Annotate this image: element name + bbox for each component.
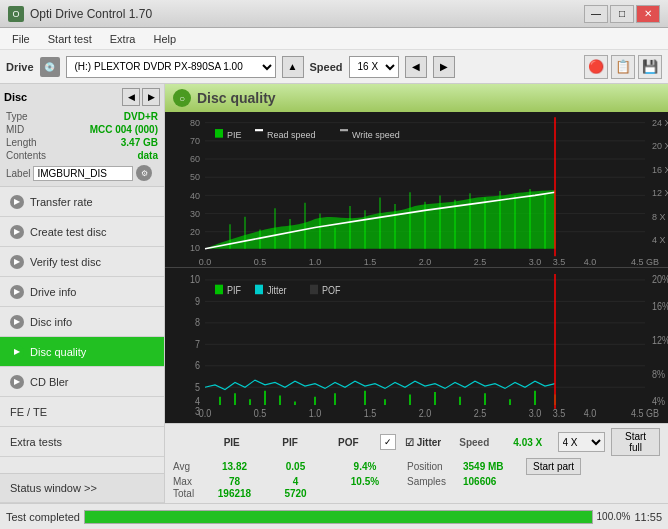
disc-panel: Disc ◀ ▶ Type DVD+R MID MCC 004 (000) Le…: [0, 84, 164, 187]
nav-disc-quality-label: Disc quality: [30, 346, 86, 358]
start-full-button[interactable]: Start full: [611, 428, 660, 456]
svg-text:30: 30: [190, 208, 200, 218]
svg-text:12 X: 12 X: [652, 188, 668, 198]
disc-info-icon: ▶: [10, 315, 24, 329]
speed-left-button[interactable]: ◀: [405, 56, 427, 78]
app-title: Opti Drive Control 1.70: [30, 7, 152, 21]
svg-text:4.5 GB: 4.5 GB: [631, 407, 659, 419]
disc-length-row: Length 3.47 GB: [4, 136, 160, 149]
nav-disc-quality[interactable]: ▶ Disc quality: [0, 337, 164, 367]
svg-text:6: 6: [195, 360, 200, 372]
svg-rect-114: [310, 285, 318, 295]
save-icon[interactable]: 💾: [638, 55, 662, 79]
sidebar: Disc ◀ ▶ Type DVD+R MID MCC 004 (000) Le…: [0, 84, 165, 503]
nav-drive-info-label: Drive info: [30, 286, 76, 298]
charts-container: 80 70 60 50 40 30 20 10 24 X 20 X 16 X 1…: [165, 112, 668, 423]
samples-value: 106606: [463, 476, 518, 487]
disc-mid-label: MID: [6, 124, 24, 135]
upper-chart: 80 70 60 50 40 30 20 10 24 X 20 X 16 X 1…: [165, 112, 668, 268]
svg-rect-60: [340, 129, 348, 131]
total-row: Total 196218 5720: [173, 488, 660, 499]
disc-prev-icon[interactable]: ◀: [122, 88, 140, 106]
disc-panel-header: Disc ◀ ▶: [4, 88, 160, 106]
copy-icon[interactable]: 📋: [611, 55, 635, 79]
svg-rect-56: [215, 129, 223, 138]
drive-select[interactable]: (H:) PLEXTOR DVDR PX-890SA 1.00: [66, 56, 276, 78]
total-label: Total: [173, 488, 201, 499]
speed-header: Speed: [450, 437, 498, 448]
svg-rect-110: [215, 285, 223, 295]
jitter-checkbox[interactable]: ✓: [380, 434, 395, 450]
menu-file[interactable]: File: [4, 31, 38, 47]
menu-extra[interactable]: Extra: [102, 31, 144, 47]
svg-text:4.0: 4.0: [584, 257, 596, 267]
svg-text:20: 20: [190, 227, 200, 237]
svg-text:4 X: 4 X: [652, 235, 665, 245]
svg-text:3.5: 3.5: [553, 257, 565, 267]
drive-eject-button[interactable]: ▲: [282, 56, 304, 78]
svg-text:PIF: PIF: [227, 284, 241, 296]
disc-contents-label: Contents: [6, 150, 46, 161]
minimize-button[interactable]: —: [584, 5, 608, 23]
nav-cd-bler[interactable]: ▶ CD Bler: [0, 367, 164, 397]
disc-settings-icon[interactable]: ⚙: [136, 165, 152, 181]
position-value: 3549 MB: [463, 461, 518, 472]
nav-create-test-disc[interactable]: ▶ Create test disc: [0, 217, 164, 247]
nav-verify-test-disc[interactable]: ▶ Verify test disc: [0, 247, 164, 277]
maximize-button[interactable]: □: [610, 5, 634, 23]
svg-text:3.0: 3.0: [529, 407, 542, 419]
menu-help[interactable]: Help: [145, 31, 184, 47]
create-test-disc-icon: ▶: [10, 225, 24, 239]
drive-icon: 💿: [40, 57, 60, 77]
test-speed-select[interactable]: 4 X: [558, 432, 606, 452]
progress-bar-container: [84, 510, 593, 524]
nav-fe-te[interactable]: FE / TE: [0, 397, 164, 427]
disc-panel-title: Disc: [4, 91, 27, 103]
nav-drive-info[interactable]: ▶ Drive info: [0, 277, 164, 307]
results-header-row: PIE PIF POF ✓ ☑ Jitter Speed 4.03 X 4 X …: [173, 428, 660, 456]
menu-start-test[interactable]: Start test: [40, 31, 100, 47]
svg-text:8 X: 8 X: [652, 212, 665, 222]
nav-transfer-rate[interactable]: ▶ Transfer rate: [0, 187, 164, 217]
disc-label-row: Label ⚙: [4, 164, 160, 182]
svg-text:20%: 20%: [652, 274, 668, 286]
svg-text:8: 8: [195, 317, 200, 329]
start-part-button[interactable]: Start part: [526, 458, 581, 475]
lower-chart-svg: 10 9 8 7 6 5 4 3 20% 16% 12% 8% 4% 0.0: [165, 268, 668, 423]
svg-text:2.0: 2.0: [419, 257, 431, 267]
disc-label-input[interactable]: [33, 166, 133, 181]
max-pif: 4: [268, 476, 323, 487]
svg-text:50: 50: [190, 172, 200, 182]
window-controls: — □ ✕: [584, 5, 660, 23]
drive-label: Drive: [6, 61, 34, 73]
sidebar-spacer: [0, 457, 164, 473]
speed-right-button[interactable]: ▶: [433, 56, 455, 78]
disc-next-icon[interactable]: ▶: [142, 88, 160, 106]
pie-header: PIE: [206, 437, 258, 448]
disc-quality-title: Disc quality: [197, 90, 276, 106]
svg-text:4.0: 4.0: [584, 407, 597, 419]
close-button[interactable]: ✕: [636, 5, 660, 23]
speed-select[interactable]: 16 X: [349, 56, 399, 78]
disc-label-label: Label: [6, 168, 30, 179]
total-pie: 196218: [207, 488, 262, 499]
pif-header: PIF: [264, 437, 316, 448]
erase-icon[interactable]: 🔴: [584, 55, 608, 79]
svg-text:12%: 12%: [652, 335, 668, 347]
max-pof: 10.5%: [329, 476, 401, 487]
nav-disc-info[interactable]: ▶ Disc info: [0, 307, 164, 337]
svg-text:60: 60: [190, 154, 200, 164]
disc-panel-icons: ◀ ▶: [122, 88, 160, 106]
svg-text:80: 80: [190, 118, 200, 128]
nav-extra-tests[interactable]: Extra tests: [0, 427, 164, 457]
speed-label: Speed: [310, 61, 343, 73]
svg-text:40: 40: [190, 190, 200, 200]
disc-contents-row: Contents data: [4, 149, 160, 162]
speed-value: 4.03 X: [504, 437, 552, 448]
svg-text:Read speed: Read speed: [267, 129, 315, 139]
progress-text: 100.0%: [597, 511, 631, 522]
svg-text:1.0: 1.0: [309, 257, 321, 267]
svg-text:20 X: 20 X: [652, 141, 668, 151]
svg-text:1.0: 1.0: [309, 407, 322, 419]
status-window-button[interactable]: Status window >>: [0, 473, 164, 503]
